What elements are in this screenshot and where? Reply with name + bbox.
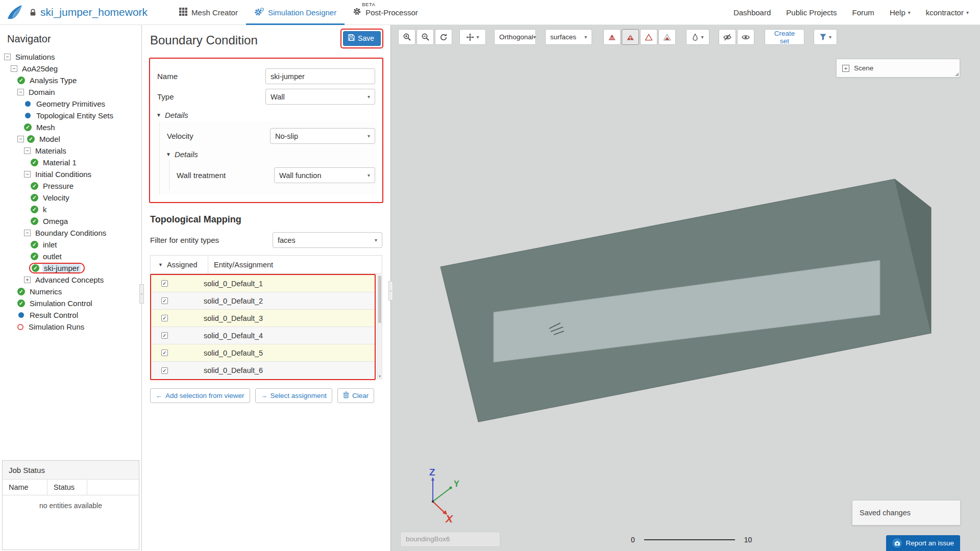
scene-panel[interactable]: + Scene — [836, 59, 960, 78]
tree-item-simulation-runs[interactable]: Simulation Runs — [0, 321, 141, 333]
tree-item-label: Mesh — [35, 123, 57, 132]
table-row[interactable]: ✓solid_0_Default_2 — [151, 292, 375, 310]
axes-gizmo[interactable]: Z Y X — [404, 465, 465, 532]
tree-item-omega[interactable]: ✓Omega — [0, 215, 141, 227]
zoom-in-button[interactable] — [398, 29, 415, 45]
assigned-checkbox[interactable]: ✓ — [161, 315, 168, 321]
tree-item-result-control[interactable]: Result Control — [0, 309, 141, 321]
tree-item-outlet[interactable]: ✓outlet — [0, 251, 141, 262]
tree-item-k[interactable]: ✓k — [0, 204, 141, 215]
tree-item-analysis-type[interactable]: ✓Analysis Type — [0, 74, 141, 86]
tree-item-model[interactable]: −✓Model — [0, 133, 141, 145]
job-status-panel: Job Status Name Status no entities avail… — [2, 460, 139, 550]
table-row[interactable]: ✓solid_0_Default_1 — [151, 275, 375, 292]
header-link-dashboard[interactable]: Dashboard — [733, 8, 771, 17]
tab-mesh-creator[interactable]: Mesh Creator — [171, 0, 246, 25]
name-input[interactable] — [265, 68, 375, 84]
mesh-clip-button-1[interactable] — [603, 29, 621, 45]
tree-item-body: AoA25deg — [20, 64, 59, 73]
nested-details-toggle[interactable]: ▼ Details — [166, 150, 376, 159]
table-row[interactable]: ✓solid_0_Default_3 — [151, 310, 375, 327]
table-row[interactable]: ✓solid_0_Default_4 — [151, 327, 375, 344]
assigned-checkbox[interactable]: ✓ — [161, 349, 168, 356]
collapse-icon[interactable]: − — [4, 54, 11, 60]
user-menu[interactable]: kcontractor ▾ — [926, 8, 969, 17]
tab-simulation-designer[interactable]: Simulation Designer — [246, 0, 345, 25]
mesh-clip-button-3[interactable] — [640, 29, 657, 45]
table-scrollbar[interactable]: ▼ — [377, 275, 382, 379]
collapse-navigator-handle[interactable]: ‹ — [139, 284, 144, 304]
collapse-panel-handle[interactable]: ‹ — [388, 281, 393, 300]
details-toggle[interactable]: ▼ Details — [156, 111, 376, 119]
add-selection-button[interactable]: ← Add selection from viewer — [150, 388, 250, 403]
color-tool-dropdown[interactable]: ▾ — [686, 29, 709, 45]
tab-post-processor[interactable]: BETA Post-Processor — [345, 0, 426, 25]
chevron-down-icon: ▾ — [368, 172, 370, 178]
viewport-3d[interactable] — [391, 25, 980, 551]
pan-tool-dropdown[interactable]: ▾ — [459, 29, 486, 45]
hide-selected-button[interactable] — [719, 29, 736, 45]
tree-item-aoa25deg[interactable]: −AoA25deg — [0, 63, 141, 74]
scroll-down-icon[interactable]: ▼ — [378, 374, 382, 378]
tree-item-velocity[interactable]: ✓Velocity — [0, 192, 141, 204]
clear-button[interactable]: Clear — [337, 388, 374, 403]
tree-item-pressure[interactable]: ✓Pressure — [0, 180, 141, 192]
scene-expand-icon[interactable]: + — [842, 65, 849, 72]
velocity-select[interactable]: No-slip ▾ — [270, 128, 375, 144]
assigned-checkbox[interactable]: ✓ — [161, 367, 168, 374]
collapse-icon[interactable]: − — [24, 230, 31, 236]
assigned-checkbox[interactable]: ✓ — [161, 332, 168, 339]
tree-item-material-1[interactable]: ✓Material 1 — [0, 157, 141, 168]
scale-bar: 0 10 — [631, 536, 752, 544]
collapse-icon[interactable]: − — [17, 136, 24, 142]
tree-item-ski-jumper[interactable]: ✓ski-jumper — [0, 262, 141, 274]
save-button[interactable]: Save — [343, 31, 381, 46]
collapse-icon[interactable]: − — [24, 147, 31, 154]
tree-item-materials[interactable]: −Materials — [0, 145, 141, 157]
filter-dropdown[interactable]: ▾ — [814, 29, 837, 45]
tree-item-advanced-concepts[interactable]: +Advanced Concepts — [0, 274, 141, 286]
zoom-out-button[interactable] — [416, 29, 434, 45]
tree-item-simulations[interactable]: −Simulations — [0, 51, 141, 63]
collapse-icon[interactable]: − — [24, 171, 31, 178]
assigned-checkbox[interactable]: ✓ — [161, 297, 168, 304]
app-logo-icon[interactable] — [6, 4, 23, 21]
mesh-clip-button-4[interactable] — [658, 29, 676, 45]
tree-item-initial-conditions[interactable]: −Initial Conditions — [0, 168, 141, 180]
mesh-clip-button-2[interactable] — [622, 29, 639, 45]
tree-item-topological-entity-sets[interactable]: Topological Entity Sets — [0, 110, 141, 121]
help-menu[interactable]: Help ▾ — [890, 8, 911, 17]
tree-item-body: ✓Material 1 — [31, 158, 78, 167]
create-set-button[interactable]: Create set — [765, 29, 804, 45]
entity-filter-select[interactable]: faces ▾ — [273, 232, 382, 248]
wall-treatment-select[interactable]: Wall function ▾ — [274, 167, 375, 183]
tree-item-label: Simulations — [14, 53, 57, 61]
bounding-box-label[interactable]: boundingBox6 — [400, 532, 500, 547]
refresh-button[interactable] — [435, 29, 452, 45]
assigned-header[interactable]: ▼ Assigned — [151, 256, 208, 273]
scrollbar-thumb[interactable] — [378, 276, 381, 323]
project-title[interactable]: ski_jumper_homework — [40, 6, 148, 18]
tree-item-numerics[interactable]: ✓Numerics — [0, 286, 141, 297]
select-assignment-button[interactable]: → Select assignment — [255, 388, 332, 403]
tree-item-domain[interactable]: −Domain — [0, 86, 141, 98]
header-link-forum[interactable]: Forum — [852, 8, 874, 17]
collapse-icon[interactable]: − — [11, 65, 17, 72]
tree-item-geometry-primitives[interactable]: Geometry Primitives — [0, 98, 141, 110]
collapse-icon[interactable]: − — [17, 89, 24, 95]
projection-select[interactable]: Orthogonal ▾ — [494, 29, 536, 45]
expand-icon[interactable]: + — [24, 277, 31, 283]
report-issue-button[interactable]: Report an issue — [886, 535, 960, 551]
tree-item-inlet[interactable]: ✓inlet — [0, 239, 141, 251]
assigned-checkbox[interactable]: ✓ — [161, 280, 168, 287]
table-row[interactable]: ✓solid_0_Default_5 — [151, 344, 375, 362]
entity-type-select[interactable]: surfaces ▾ — [545, 29, 592, 45]
tree-item-simulation-control[interactable]: ✓Simulation Control — [0, 297, 141, 309]
tree-item-boundary-conditions[interactable]: −Boundary Conditions — [0, 227, 141, 239]
header-link-public-projects[interactable]: Public Projects — [786, 8, 837, 17]
tree-item-mesh[interactable]: ✓Mesh — [0, 121, 141, 133]
type-select[interactable]: Wall ▾ — [265, 89, 375, 105]
table-row[interactable]: ✓solid_0_Default_6 — [151, 362, 375, 379]
job-status-header: Name Status — [3, 480, 139, 495]
show-all-button[interactable] — [737, 29, 754, 45]
